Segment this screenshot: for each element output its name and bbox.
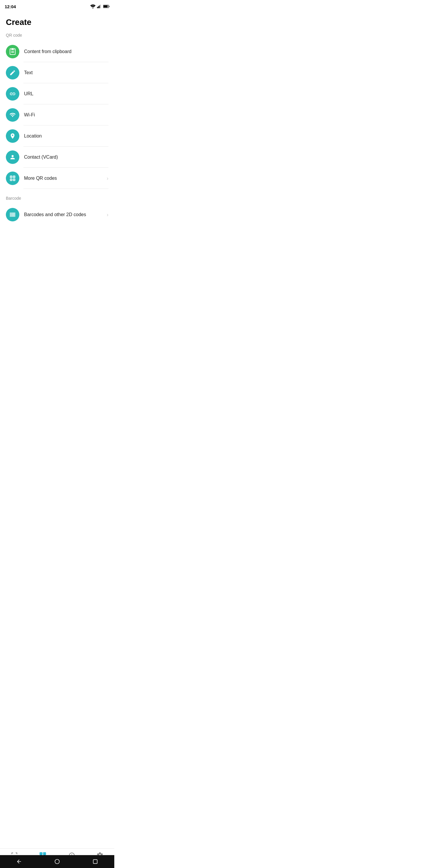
back-icon: [16, 859, 22, 865]
menu-item-location[interactable]: Location: [0, 125, 114, 147]
contact-icon-circle: [6, 150, 19, 164]
qr-code-section-label: QR code: [0, 33, 114, 41]
contact-icon: [9, 154, 16, 160]
barcode-icon: [9, 211, 16, 218]
recents-button[interactable]: [91, 857, 100, 866]
android-nav-bar: [0, 855, 114, 868]
svg-rect-25: [14, 213, 14, 217]
svg-rect-1: [97, 7, 98, 8]
menu-item-barcode[interactable]: Barcodes and other 2D codes ›: [0, 204, 114, 225]
status-bar: 12:04: [0, 0, 114, 13]
svg-rect-3: [99, 6, 100, 8]
location-icon: [9, 133, 16, 139]
home-button[interactable]: [53, 857, 62, 866]
barcode-section-label: Barcode: [0, 196, 114, 204]
clipboard-icon-circle: [6, 45, 19, 58]
home-circle-icon: [54, 859, 60, 865]
svg-rect-2: [98, 6, 99, 8]
svg-rect-4: [100, 5, 101, 8]
svg-rect-16: [11, 177, 12, 178]
url-item-text: URL: [24, 91, 108, 96]
svg-rect-37: [93, 860, 97, 863]
menu-item-url[interactable]: URL: [0, 83, 114, 104]
status-time: 12:04: [5, 4, 16, 9]
menu-item-wifi[interactable]: Wi-Fi: [0, 104, 114, 125]
menu-item-more-qr[interactable]: More QR codes ›: [0, 168, 114, 189]
svg-rect-17: [14, 177, 15, 178]
svg-rect-7: [103, 5, 107, 7]
clipboard-item-text: Content from clipboard: [24, 49, 108, 54]
contact-item-text: Contact (VCard): [24, 155, 108, 160]
signal-status-icon: [97, 4, 102, 8]
svg-rect-26: [14, 213, 15, 217]
link-icon: [9, 91, 16, 97]
wifi-icon-circle: [6, 108, 19, 122]
more-qr-item-text: More QR codes: [24, 176, 107, 181]
more-qr-chevron-icon: ›: [107, 175, 108, 182]
battery-status-icon: [103, 5, 109, 8]
svg-rect-31: [41, 853, 42, 854]
wifi-icon: [9, 112, 16, 118]
barcode-item-text: Barcodes and other 2D codes: [24, 212, 107, 217]
svg-rect-6: [109, 6, 109, 7]
url-icon-circle: [6, 87, 19, 101]
menu-item-contact[interactable]: Contact (VCard): [0, 147, 114, 168]
wifi-item-text: Wi-Fi: [24, 112, 108, 118]
grid-icon: [9, 175, 16, 182]
svg-rect-19: [14, 180, 15, 180]
menu-item-clipboard[interactable]: Content from clipboard: [0, 41, 114, 62]
section-spacer: [0, 189, 114, 196]
barcode-chevron-icon: ›: [107, 212, 108, 218]
content-area: Create QR code Content from clipboard Te…: [0, 13, 114, 266]
svg-rect-22: [11, 213, 12, 217]
back-button[interactable]: [14, 857, 24, 866]
clipboard-icon: [9, 48, 16, 55]
more-qr-icon-circle: [6, 172, 19, 185]
svg-rect-24: [12, 213, 13, 217]
location-item-text: Location: [24, 133, 108, 139]
svg-point-36: [55, 860, 60, 864]
barcode-icon-circle: [6, 208, 19, 221]
text-item-text: Text: [24, 70, 108, 75]
svg-rect-23: [12, 213, 12, 217]
status-icons: [90, 4, 109, 8]
text-icon-circle: [6, 66, 19, 80]
location-icon-circle: [6, 129, 19, 143]
svg-rect-21: [11, 213, 11, 217]
svg-rect-27: [15, 213, 15, 217]
page-title: Create: [0, 13, 114, 33]
svg-rect-18: [11, 180, 12, 180]
svg-rect-20: [10, 213, 10, 217]
pencil-icon: [9, 69, 16, 76]
menu-item-text[interactable]: Text: [0, 62, 114, 83]
recents-icon: [92, 859, 98, 865]
svg-rect-32: [44, 853, 45, 854]
wifi-status-icon: [90, 4, 96, 8]
svg-point-0: [93, 8, 94, 9]
